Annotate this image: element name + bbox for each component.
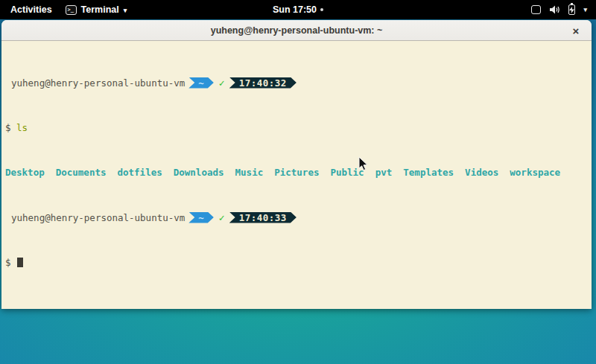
prompt-symbol: $ (5, 257, 11, 268)
system-menu-chevron-icon: ▾ (583, 6, 587, 13)
mouse-pointer-icon (358, 156, 369, 171)
app-menu-terminal[interactable]: >_ Terminal ▾ (66, 4, 127, 15)
app-menu-label: Terminal (81, 4, 119, 15)
command-text: ls (16, 122, 28, 133)
prompt-line-2: yuheng@henry-personal-ubuntu-vm ~ ✓ 17:4… (5, 211, 592, 223)
command-line-1: $ ls (5, 122, 592, 133)
prompt-path-segment: ~ (188, 212, 214, 223)
terminal-window: yuheng@henry-personal-ubuntu-vm: ~ × yuh… (1, 20, 592, 309)
close-button[interactable]: × (569, 24, 583, 37)
status-check-icon: ✓ (219, 77, 225, 89)
prompt-user: yuheng@henry-personal-ubuntu-vm (5, 212, 185, 223)
terminal-titlebar[interactable]: yuheng@henry-personal-ubuntu-vm: ~ × (1, 20, 592, 41)
top-bar-left: Activities >_ Terminal ▾ (0, 3, 531, 16)
prompt-time-segment: 17:40:33 (229, 212, 297, 223)
window-title: yuheng@henry-personal-ubuntu-vm: ~ (211, 25, 383, 36)
clock-button[interactable]: Sun 17:50 (273, 4, 317, 15)
input-line[interactable]: $ (5, 257, 592, 268)
terminal-app-icon: >_ (66, 5, 77, 15)
prompt-path-segment: ~ (188, 77, 214, 89)
status-check-icon: ✓ (219, 212, 225, 223)
prompt-time-segment: 17:40:32 (229, 77, 297, 89)
prompt-symbol: $ (5, 122, 11, 133)
volume-icon (549, 4, 560, 15)
prompt-user: yuheng@henry-personal-ubuntu-vm (5, 77, 185, 89)
chevron-down-icon: ▾ (124, 7, 127, 14)
prompt-line-1: yuheng@henry-personal-ubuntu-vm ~ ✓ 17:4… (5, 77, 592, 89)
top-bar: Activities >_ Terminal ▾ Sun 17:50 ▾ (0, 0, 596, 19)
system-status-area[interactable]: ▾ (531, 4, 596, 15)
activities-button[interactable]: Activities (7, 3, 55, 16)
ls-output-line: Desktop Documents dotfiles Downloads Mus… (5, 167, 592, 178)
text-cursor-block (17, 258, 23, 267)
screen-share-icon (531, 5, 541, 14)
battery-charging-icon (568, 4, 575, 15)
desktop: { "topbar": { "activities_label": "Activ… (0, 0, 596, 364)
terminal-content[interactable]: yuheng@henry-personal-ubuntu-vm ~ ✓ 17:4… (1, 41, 592, 308)
